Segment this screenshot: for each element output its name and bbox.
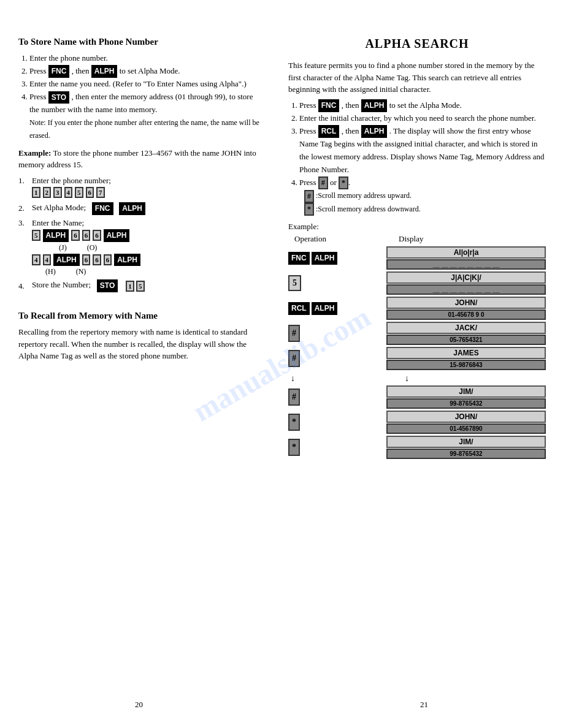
list-item: Press FNC , then ALPH to set Alpha Mode.	[29, 65, 264, 78]
display-val: JIM/	[386, 385, 546, 398]
list-content: Enter the phone number; 1 2 3 4 5 6 7	[32, 176, 264, 199]
num-key-h4: 6	[93, 254, 101, 265]
alpha-row: # JIM/ 99-8765432	[288, 385, 546, 409]
num-key-2: 2	[43, 187, 52, 198]
num-key-h3: 6	[82, 254, 91, 265]
alpha-disp: JAMES 15-9876843	[386, 347, 546, 370]
display-val: J|A|C|K|/	[386, 271, 546, 284]
list-item: 3. Enter the Name; 5 ALPH 6 6 6 ALPH (J)…	[18, 218, 264, 277]
alpha-row: ↓ ↓	[288, 372, 546, 385]
alpha-row: FNC ALPH Al|o|r|a __ __ __ __ __ __ __ _…	[288, 246, 546, 270]
display-val: JIM/	[386, 436, 546, 448]
star-key2: *	[304, 203, 314, 216]
alph-key6: ALPH	[114, 254, 140, 267]
fnc-key-r1: FNC	[318, 99, 340, 112]
alpha-row: * JIM/ 99-8765432	[288, 436, 546, 459]
list-item: Enter the name you need. (Refer to "To E…	[29, 78, 264, 91]
alph-key-ex2: ALPH	[312, 302, 338, 315]
hash-key: #	[318, 176, 328, 189]
display-val2: 01-4567890	[386, 423, 546, 434]
page-num-right: 21	[420, 700, 428, 710]
display-val2: 99-8765432	[386, 449, 546, 459]
fnc-key-ex: FNC	[288, 252, 310, 265]
num-key-j2: 6	[71, 230, 80, 241]
alpha-op: FNC ALPH	[288, 252, 386, 265]
fnc-key2: FNC	[92, 202, 113, 215]
display-val: JOHN/	[386, 297, 546, 309]
display-val2: __ __ __ __ __ __ __ __	[386, 284, 546, 295]
display-val2: __ __ __ __ __ __ __ __	[386, 259, 546, 270]
alpha-row: RCL ALPH JOHN/ 01-45678 9 0	[288, 297, 546, 320]
list-content: Store the Number; STO 1 5	[32, 279, 264, 292]
display-val2: 99-8765432	[386, 398, 546, 409]
display-val: JACK/	[386, 322, 546, 334]
alpha-op: #	[288, 350, 386, 367]
star-key-ex2: *	[288, 439, 300, 456]
operation-header: Operation	[288, 234, 386, 244]
num-key-j4: 6	[93, 230, 101, 241]
num5-key: 5	[288, 275, 301, 291]
display-val: Al|o|r|a	[386, 246, 546, 259]
num-key-5: 5	[75, 187, 83, 198]
page-num-left: 20	[135, 700, 143, 710]
display-val2: 05-7654321	[386, 335, 546, 345]
num-key-7: 7	[96, 187, 105, 198]
star-key: *	[339, 176, 348, 189]
alpha-op: *	[288, 414, 386, 431]
down-arrow-op: ↓	[291, 374, 295, 384]
display-header: Display	[386, 234, 546, 244]
alph-key-ex: ALPH	[312, 252, 338, 265]
alpha-disp: JIM/ 99-8765432	[386, 385, 546, 409]
alpha-disp: JACK/ 05-7654321	[386, 322, 546, 345]
num-key-h5: 6	[104, 254, 112, 265]
display-val: JAMES	[386, 347, 546, 359]
hash-key-ex3: #	[288, 389, 300, 406]
hash-key-ex: #	[288, 325, 300, 342]
rcl-key-r1: RCL	[318, 125, 340, 138]
list-item: Enter the phone number.	[29, 52, 264, 65]
hash-key-ex2: #	[288, 350, 300, 367]
list-num: 3.	[18, 218, 32, 228]
fnc-key: FNC	[48, 65, 70, 78]
alpha-disp: JIM/ 99-8765432	[386, 436, 546, 459]
list-num: 4.	[18, 281, 32, 291]
alpha-disp: JOHN/ 01-45678 9 0	[386, 297, 546, 320]
list-item: 1. Enter the phone number; 1 2 3 4 5 6 7	[18, 176, 264, 199]
list-item: Press FNC , then ALPH to set the Alpha M…	[299, 99, 546, 112]
alph-key-r2: ALPH	[361, 125, 388, 138]
num-key-j3: 6	[82, 230, 91, 241]
alpha-op: RCL ALPH	[288, 302, 386, 315]
list-item: Enter the initial character, by which yo…	[299, 112, 546, 125]
star-key-ex: *	[288, 414, 300, 431]
alpha-disp: ↓	[386, 374, 546, 384]
num-key-6: 6	[86, 187, 94, 198]
alpha-row: 5 J|A|C|K|/ __ __ __ __ __ __ __ __	[288, 271, 546, 295]
right-column: ALPHA SEARCH This feature permits you to…	[276, 37, 546, 703]
alpha-example: Example: Operation Display FNC ALPH Al|o…	[288, 222, 546, 459]
num-key-h1: 4	[32, 254, 40, 265]
list-content: Set Alpha Mode; FNC ALPH	[32, 202, 264, 215]
alpha-op: ↓	[288, 374, 386, 384]
list-item: Press # or *. # :Scroll memory address u…	[299, 176, 546, 216]
display-val2: 15-9876843	[386, 360, 546, 370]
alph-key-r1: ALPH	[361, 99, 388, 112]
example-text: Example: To store the phone number 123–4…	[18, 147, 264, 171]
alph-key3: ALPH	[43, 229, 69, 242]
list-item: 4. Store the Number; STO 1 5	[18, 279, 264, 292]
alpha-disp: JOHN/ 01-4567890	[386, 411, 546, 434]
list-num: 1.	[18, 176, 32, 186]
alph-key: ALPH	[91, 65, 118, 78]
down-arrow-disp: ↓	[405, 374, 546, 384]
rcl-key-ex: RCL	[288, 302, 310, 315]
example-section: Example: To store the phone number 123–4…	[18, 147, 264, 171]
alpha-search-title: ALPHA SEARCH	[288, 37, 546, 51]
alpha-row: * JOHN/ 01-4567890	[288, 411, 546, 434]
alpha-op: #	[288, 325, 386, 342]
alpha-row: # JACK/ 05-7654321	[288, 322, 546, 345]
sto-key2: STO	[97, 279, 118, 292]
num-key-1x: 1	[126, 281, 134, 292]
left-column: To Store Name with Phone Number Enter th…	[18, 37, 276, 703]
list-content: Enter the Name; 5 ALPH 6 6 6 ALPH (J) (O…	[32, 218, 264, 277]
alph-key4: ALPH	[104, 229, 130, 242]
num-key-j1: 5	[32, 230, 40, 241]
